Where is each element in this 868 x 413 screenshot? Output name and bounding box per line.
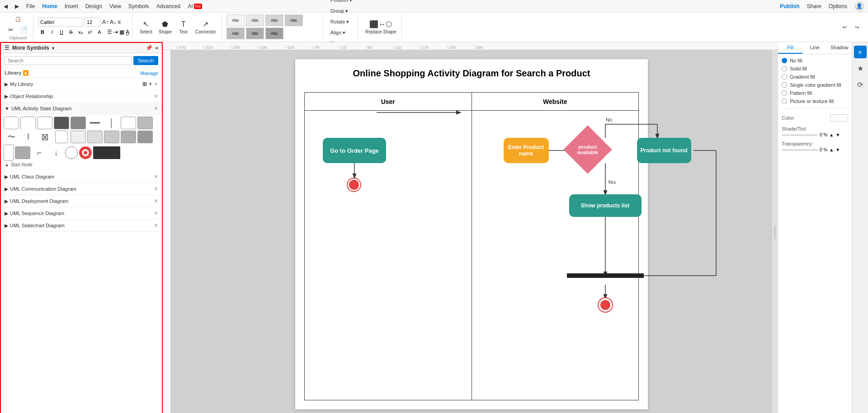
no-fill-option[interactable]: No fill [782,58,848,63]
my-library-grid-icon[interactable]: ⊞ [142,81,147,87]
shape-filled-rect[interactable] [54,117,69,129]
gradient-fill-radio[interactable] [782,74,787,80]
collapse-panel-icon[interactable]: » [854,46,867,58]
picture-fill-option[interactable]: Picture or texture fill [782,99,848,104]
undo-btn[interactable]: ↩ [840,22,849,32]
style-swatch-2[interactable]: Abc [246,14,264,26]
font-name[interactable]: Calibri [38,18,83,27]
font-size[interactable]: 12 [85,18,101,27]
user-avatar[interactable]: 👤 [854,1,864,11]
menu-file[interactable]: File [26,3,35,9]
font-color-btn[interactable]: A̲ [126,29,129,35]
shade-increment[interactable]: ▲ [829,132,834,137]
gradient-fill-option[interactable]: Gradient fill [782,74,848,80]
redo-btn[interactable]: ↪ [852,22,862,32]
solid-fill-option[interactable]: Solid fill [782,66,848,71]
group-btn[interactable]: Group ▾ [328,6,355,16]
uml-communication-section[interactable]: ▶ UML Communication Diagram ✕ [1,183,162,195]
shape-bracket-l[interactable] [71,131,86,143]
shape-sline[interactable]: 〜 [4,131,19,143]
paste-btn[interactable]: 📋 [12,14,24,24]
shape-bracket-r[interactable] [87,131,103,143]
sup-btn[interactable]: x² [85,28,94,37]
transparency-slider[interactable] [782,149,818,151]
shape-rect3[interactable] [104,131,119,143]
picture-fill-radio[interactable] [782,99,787,104]
tab-view[interactable]: View [109,3,121,9]
no-fill-radio[interactable] [782,58,787,63]
shape-btn[interactable]: ⬟ Shape [156,16,175,38]
panel-dropdown-icon[interactable]: ▾ [52,46,54,51]
style-swatch-4[interactable]: Abc [285,14,303,26]
uml-sequence-section[interactable]: ▶ UML Sequence Diagram ✕ [1,207,162,220]
publish-btn[interactable]: Publish [780,3,799,9]
connection-icon[interactable]: ⟳ [854,78,867,91]
single-gradient-radio[interactable] [782,82,787,88]
search-input[interactable] [5,56,132,65]
align-arrange-btn[interactable]: Align ▾ [328,28,355,38]
shape-thick-bar[interactable] [93,146,120,159]
select-btn[interactable]: ↖ Select [137,16,155,38]
shape-down-arrow[interactable]: ↓ [48,146,64,159]
font-increase[interactable]: A↑ [102,19,108,25]
tab-symbols[interactable]: Symbols [128,3,149,9]
shape-tab-rect[interactable] [20,117,36,129]
shape-hourglass[interactable]: ⊠ [37,131,52,143]
text-btn[interactable]: T Text [175,16,192,38]
style-swatch-1[interactable]: Abc [226,14,245,26]
share-btn[interactable]: Share [807,3,821,9]
right-resize-handle[interactable] [772,50,778,413]
underline-btn[interactable]: U [57,28,66,37]
tab-insert[interactable]: Insert [65,3,78,9]
shape-start-node[interactable] [79,146,92,159]
indent-btn[interactable]: ⇥ [113,29,118,35]
options-btn[interactable]: Options [829,3,847,9]
uml-deployment-close[interactable]: ✕ [154,198,158,204]
shade-decrement[interactable]: ▼ [835,132,840,137]
shape-tall-rect[interactable] [4,145,14,161]
object-relationship-section[interactable]: ▶ Object Relationship ✕ [1,90,162,103]
uml-class-section[interactable]: ▶ UML Class Diagram ✕ [1,171,162,183]
shape-rounded-rect[interactable] [4,117,19,129]
panel-pin-btn[interactable]: 📌 [146,45,152,51]
panel-menu-icon[interactable]: ☰ [5,45,9,51]
tab-shadow[interactable]: Shadow [827,42,852,54]
shape-h-rect[interactable] [137,117,153,129]
uml-statechart-section[interactable]: ▶ UML Statechart Diagram ✕ [1,220,162,232]
copy-btn[interactable]: 📄 [17,25,30,35]
product-not-found-node[interactable]: Product not found [637,138,691,163]
replace-shape-btn[interactable]: ⬛↔⬡ Replace Shape [363,16,399,38]
shape-rect2[interactable] [71,117,86,129]
diagram-area[interactable]: Online Shopping Activity Diagram for Sea… [171,50,772,413]
manage-link[interactable]: Manage [140,70,158,76]
position-btn[interactable]: Position ▾ [328,0,355,5]
solid-fill-radio[interactable] [782,66,787,71]
pattern-fill-option[interactable]: Pattern fill [782,90,848,96]
tab-line[interactable]: Line [802,42,827,54]
shade-slider[interactable] [782,134,818,136]
my-library-close-icon[interactable]: ✕ [154,81,158,87]
shape-square[interactable] [55,131,68,143]
style-swatch-5[interactable]: Abc [226,28,245,39]
shape-rect5[interactable] [137,131,153,143]
uml-sequence-close[interactable]: ✕ [154,210,158,216]
tab-ai[interactable]: AI hot [188,3,202,9]
shape-hline[interactable]: ━━ [87,117,103,129]
strike-btn[interactable]: S [66,28,75,37]
uml-statechart-close[interactable]: ✕ [154,222,158,229]
enter-product-node[interactable]: Enter Product name [504,138,549,163]
show-products-node[interactable]: Show products list [569,194,642,217]
star-icon[interactable]: ★ [854,62,867,75]
color-picker[interactable] [830,114,848,122]
shape-plain-rect[interactable] [37,117,52,129]
tab-design[interactable]: Design [85,3,102,9]
shape-wide-rect[interactable] [121,117,136,129]
italic-btn[interactable]: I [47,28,57,37]
tab-advanced[interactable]: Advanced [156,3,180,9]
uml-communication-close[interactable]: ✕ [154,186,158,192]
search-button[interactable]: Search [133,56,158,65]
my-library-section[interactable]: ▶ My Library ⊞ + ✕ [1,78,162,90]
shape-circle[interactable] [65,146,78,159]
align-btn[interactable]: ≡ [118,19,121,25]
shape-rect4[interactable] [121,131,136,143]
